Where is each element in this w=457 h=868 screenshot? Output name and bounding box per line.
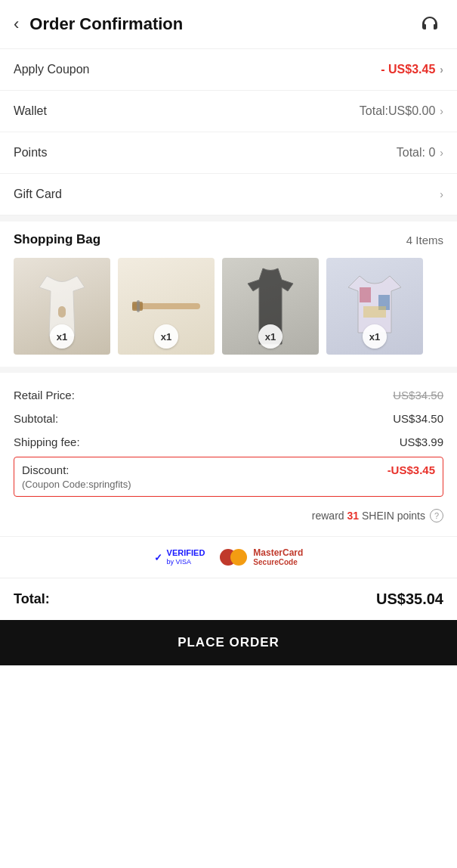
back-button[interactable]: ‹	[14, 11, 25, 37]
discount-amount: -US$3.45	[388, 463, 435, 476]
product-item-3[interactable]: x1	[222, 258, 319, 355]
item-qty-3: x1	[258, 324, 283, 349]
header: ‹ Order Confirmation	[0, 0, 457, 49]
coupon-chevron: ›	[440, 64, 443, 76]
visa-verified-badge: ✓ VERIFIED by VISA	[154, 548, 205, 566]
apply-coupon-row[interactable]: Apply Coupon - US$3.45 ›	[0, 49, 457, 91]
shopping-bag-header: Shopping Bag 4 Items	[0, 215, 457, 255]
coupon-value: - US$3.45 ›	[381, 63, 443, 76]
points-row[interactable]: Points Total: 0 ›	[0, 132, 457, 174]
wallet-value: Total:US$0.00 ›	[360, 104, 443, 118]
svg-rect-6	[363, 306, 386, 318]
shipping-label: Shipping fee:	[14, 436, 80, 448]
product-item-1[interactable]: x1	[14, 258, 110, 355]
discount-box: Discount: -US$3.45 (Coupon Code:springfi…	[14, 457, 443, 497]
payment-badges: ✓ VERIFIED by VISA MasterCard SecureCode	[0, 536, 457, 578]
item-qty-1: x1	[50, 324, 74, 349]
page-title: Order Confirmation	[25, 14, 416, 34]
support-icon[interactable]	[416, 11, 443, 38]
retail-value: US$34.50	[393, 389, 443, 401]
reward-points-value: 31	[347, 510, 359, 522]
price-summary: Retail Price: US$34.50 Subtotal: US$34.5…	[0, 367, 457, 536]
retail-price-row: Retail Price: US$34.50	[14, 383, 443, 407]
reward-info-icon[interactable]: ?	[430, 509, 443, 522]
shipping-row: Shipping fee: US$3.99	[14, 430, 443, 454]
shopping-bag-count: 4 Items	[406, 234, 443, 246]
subtotal-row: Subtotal: US$34.50	[14, 407, 443, 430]
points-label: Points	[14, 146, 47, 160]
visa-checkmark-icon: ✓	[154, 552, 162, 563]
mc-circles	[220, 549, 247, 566]
wallet-chevron: ›	[440, 105, 443, 117]
subtotal-label: Subtotal:	[14, 412, 58, 425]
svg-rect-0	[58, 306, 66, 318]
reward-text: reward 31 SHEIN points	[312, 510, 425, 522]
discount-label-row: Discount: -US$3.45	[22, 463, 435, 476]
product-item-4[interactable]: x1	[326, 258, 423, 355]
gift-card-chevron: ›	[440, 188, 443, 200]
reward-row: reward 31 SHEIN points ?	[14, 503, 443, 525]
retail-label: Retail Price:	[14, 389, 75, 401]
wallet-label: Wallet	[14, 104, 47, 118]
item-qty-4: x1	[363, 324, 387, 349]
svg-rect-3	[137, 300, 140, 312]
coupon-label: Apply Coupon	[14, 63, 90, 76]
total-bar: Total: US$35.04	[0, 578, 457, 620]
gift-card-row[interactable]: Gift Card ›	[0, 174, 457, 215]
gift-card-label: Gift Card	[14, 188, 62, 201]
total-amount: US$35.04	[376, 591, 443, 608]
coupon-code-note: (Coupon Code:springfits)	[22, 479, 435, 490]
shipping-value: US$3.99	[400, 436, 443, 448]
visa-text: VERIFIED by VISA	[167, 548, 205, 566]
discount-label: Discount:	[22, 463, 69, 476]
product-item-2[interactable]: x1	[118, 258, 215, 355]
mc-text: MasterCard SecureCode	[253, 547, 303, 567]
shopping-bag-items: x1 x1 x1	[0, 255, 457, 367]
svg-rect-4	[360, 287, 371, 302]
place-order-button[interactable]: PLACE ORDER	[0, 620, 457, 665]
total-label: Total:	[14, 591, 50, 607]
mastercard-badge: MasterCard SecureCode	[220, 547, 303, 567]
shopping-bag-title: Shopping Bag	[14, 232, 100, 247]
subtotal-value: US$34.50	[393, 412, 443, 425]
wallet-row[interactable]: Wallet Total:US$0.00 ›	[0, 91, 457, 132]
points-chevron: ›	[440, 147, 443, 159]
item-qty-2: x1	[154, 324, 178, 349]
points-value: Total: 0 ›	[397, 146, 443, 160]
